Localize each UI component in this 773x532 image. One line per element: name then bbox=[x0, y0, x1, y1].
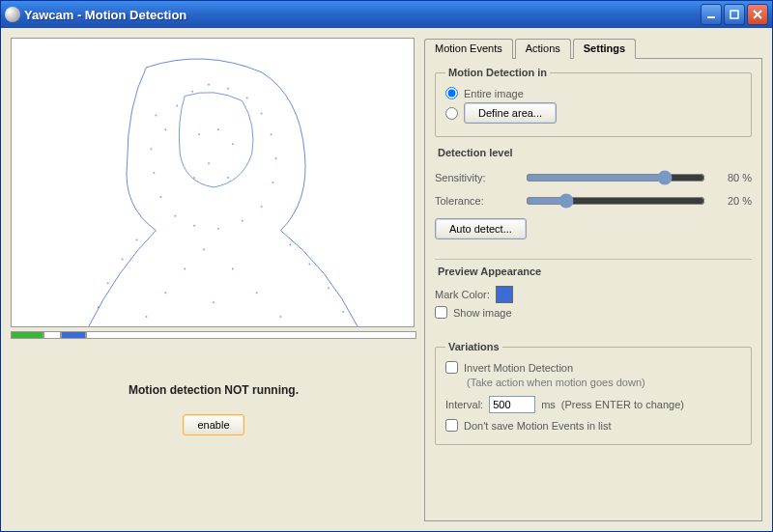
tab-settings[interactable]: Settings bbox=[573, 39, 636, 59]
svg-point-12 bbox=[272, 182, 274, 183]
sensitivity-label: Sensitivity: bbox=[435, 172, 518, 183]
motion-in-legend: Motion Detection in bbox=[445, 67, 550, 78]
svg-point-30 bbox=[184, 267, 186, 269]
svg-point-27 bbox=[328, 287, 329, 289]
define-area-button[interactable]: Define area... bbox=[464, 102, 557, 124]
svg-point-39 bbox=[232, 143, 234, 145]
close-icon bbox=[753, 10, 762, 19]
interval-input[interactable] bbox=[489, 396, 535, 413]
svg-point-9 bbox=[261, 112, 263, 114]
svg-point-11 bbox=[275, 157, 277, 159]
svg-rect-1 bbox=[730, 11, 738, 18]
svg-point-42 bbox=[227, 177, 229, 179]
nosave-checkbox[interactable] bbox=[445, 419, 458, 432]
invert-sub: (Take action when motion goes down) bbox=[467, 377, 741, 388]
app-window: Yawcam - Motion Detection bbox=[0, 0, 773, 532]
svg-point-38 bbox=[217, 128, 219, 130]
svg-point-24 bbox=[98, 306, 100, 308]
svg-point-29 bbox=[203, 249, 205, 251]
variations-legend: Variations bbox=[445, 341, 502, 352]
svg-point-5 bbox=[191, 91, 193, 93]
svg-point-19 bbox=[153, 172, 155, 174]
svg-point-8 bbox=[246, 98, 248, 99]
close-button[interactable] bbox=[747, 4, 768, 25]
motion-detection-in-group: Motion Detection in Entire image Define … bbox=[435, 67, 752, 137]
tolerance-value: 20 % bbox=[713, 195, 752, 207]
show-image-checkbox[interactable] bbox=[435, 306, 447, 319]
svg-point-26 bbox=[308, 263, 310, 265]
progress-segment-green bbox=[11, 331, 43, 339]
svg-point-13 bbox=[261, 206, 263, 208]
progress-segment-track bbox=[86, 331, 416, 339]
invert-checkbox[interactable] bbox=[445, 361, 458, 374]
define-area-radio[interactable] bbox=[445, 107, 458, 120]
auto-detect-button[interactable]: Auto detect... bbox=[435, 218, 527, 239]
progress-segment-blue bbox=[61, 331, 86, 339]
show-image-label: Show image bbox=[453, 307, 512, 319]
sensitivity-value: 80 % bbox=[713, 172, 752, 183]
mark-color-label: Mark Color: bbox=[435, 289, 490, 300]
svg-point-35 bbox=[145, 316, 147, 318]
svg-point-22 bbox=[122, 258, 124, 260]
svg-point-31 bbox=[232, 267, 234, 269]
progress-bar bbox=[11, 331, 416, 339]
tab-motion-events[interactable]: Motion Events bbox=[424, 39, 513, 59]
tab-actions[interactable]: Actions bbox=[515, 39, 571, 59]
minimize-button[interactable] bbox=[701, 4, 722, 25]
svg-point-28 bbox=[342, 311, 344, 313]
tolerance-label: Tolerance: bbox=[435, 195, 518, 207]
enable-button[interactable]: enable bbox=[183, 414, 243, 435]
content-area: Motion detection NOT running. enable Mot… bbox=[1, 28, 772, 531]
preview-legend: Preview Appearance bbox=[435, 266, 544, 277]
separator bbox=[435, 259, 752, 260]
svg-point-2 bbox=[155, 114, 157, 116]
interval-hint: (Press ENTER to change) bbox=[561, 399, 684, 410]
right-pane: Motion Events Actions Settings Motion De… bbox=[424, 38, 762, 521]
interval-unit: ms bbox=[541, 399, 556, 410]
window-buttons bbox=[701, 4, 768, 25]
svg-point-21 bbox=[136, 239, 138, 241]
svg-point-32 bbox=[164, 292, 166, 294]
svg-point-4 bbox=[176, 105, 178, 107]
motion-preview bbox=[11, 38, 415, 327]
svg-point-20 bbox=[150, 148, 152, 150]
maximize-button[interactable] bbox=[724, 4, 745, 25]
svg-point-40 bbox=[208, 162, 210, 164]
svg-point-23 bbox=[107, 282, 109, 284]
minimize-icon bbox=[706, 10, 716, 19]
variations-group: Variations Invert Motion Detection (Take… bbox=[435, 341, 752, 445]
svg-point-36 bbox=[280, 316, 282, 318]
svg-point-37 bbox=[198, 133, 200, 135]
mark-color-swatch[interactable] bbox=[496, 286, 513, 303]
sensitivity-slider[interactable] bbox=[526, 168, 705, 187]
svg-point-3 bbox=[164, 128, 166, 130]
interval-label: Interval: bbox=[445, 399, 483, 410]
svg-rect-0 bbox=[707, 16, 715, 18]
window-title: Yawcam - Motion Detection bbox=[24, 8, 701, 22]
svg-point-6 bbox=[208, 84, 210, 86]
left-pane: Motion detection NOT running. enable bbox=[11, 38, 416, 521]
app-icon bbox=[5, 7, 20, 22]
svg-point-14 bbox=[242, 220, 243, 222]
detection-level-group: Detection level Sensitivity: 80 % Tolera… bbox=[435, 147, 752, 249]
preview-appearance-group: Preview Appearance Mark Color: Show imag… bbox=[435, 266, 752, 331]
svg-point-17 bbox=[174, 215, 176, 217]
svg-point-7 bbox=[227, 88, 229, 90]
titlebar[interactable]: Yawcam - Motion Detection bbox=[1, 1, 772, 28]
tolerance-slider[interactable] bbox=[526, 191, 705, 210]
invert-label: Invert Motion Detection bbox=[464, 362, 573, 374]
progress-segment-gap bbox=[43, 331, 61, 339]
entire-image-label: Entire image bbox=[464, 88, 524, 99]
status-text: Motion detection NOT running. bbox=[11, 383, 416, 397]
tabs: Motion Events Actions Settings bbox=[424, 38, 762, 58]
maximize-icon bbox=[730, 10, 739, 19]
svg-point-18 bbox=[159, 196, 161, 198]
settings-panel: Motion Detection in Entire image Define … bbox=[424, 58, 762, 521]
svg-point-34 bbox=[213, 301, 215, 303]
motion-preview-svg bbox=[12, 39, 414, 326]
entire-image-radio[interactable] bbox=[445, 87, 458, 99]
svg-point-33 bbox=[256, 292, 258, 294]
nosave-label: Don't save Motion Events in list bbox=[464, 420, 612, 432]
svg-point-15 bbox=[217, 228, 219, 230]
detection-level-legend: Detection level bbox=[435, 147, 516, 158]
